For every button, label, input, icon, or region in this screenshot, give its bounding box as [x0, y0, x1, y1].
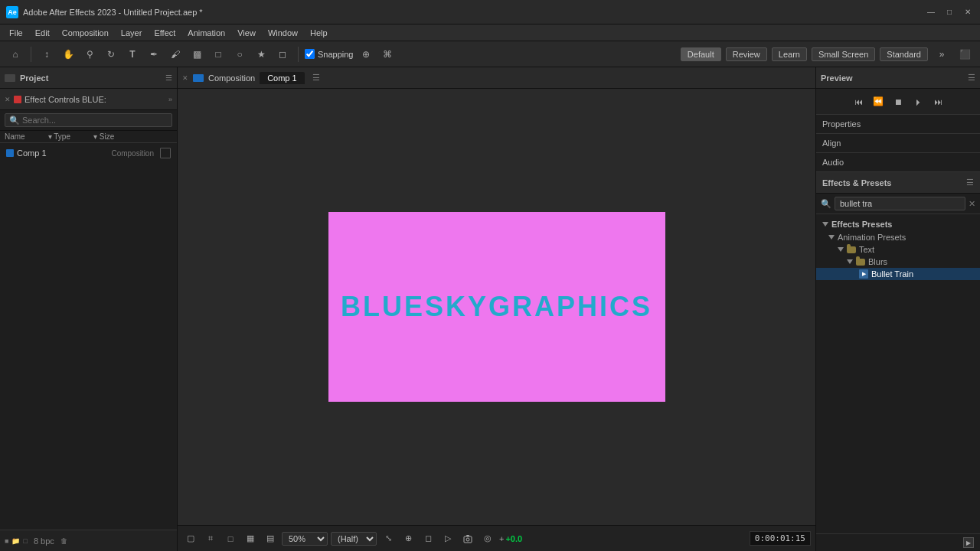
clone-tool[interactable]: ▩: [188, 45, 206, 64]
maximize-button[interactable]: □: [943, 6, 956, 18]
home-button[interactable]: ⌂: [6, 45, 24, 64]
menu-file[interactable]: File: [3, 24, 29, 41]
snapping-checkbox[interactable]: [305, 49, 315, 59]
effects-search-clear[interactable]: ✕: [969, 199, 975, 209]
brush-tool[interactable]: 🖌: [166, 45, 185, 64]
preview-play[interactable]: ⏵: [910, 93, 926, 110]
menu-help[interactable]: Help: [304, 24, 334, 41]
region-of-interest-btn[interactable]: ▢: [182, 530, 199, 547]
eraser-tool[interactable]: □: [209, 45, 227, 64]
viewer-safe-zone-btn[interactable]: ◻: [420, 530, 436, 547]
zoom-tool[interactable]: ⚲: [80, 45, 99, 64]
minimize-button[interactable]: —: [925, 6, 937, 18]
viewer-resize-btn[interactable]: ⤡: [380, 530, 397, 547]
zoom-select[interactable]: 50% 100% 25%: [282, 532, 328, 546]
workspace-buttons: Default Review Learn Small Screen Standa…: [681, 45, 974, 64]
roto-tool[interactable]: ○: [230, 45, 249, 64]
preview-stop[interactable]: ⏹: [890, 93, 906, 110]
camera-rotation-tool[interactable]: ↻: [102, 45, 120, 64]
project-items-list: Comp 1 Composition: [0, 143, 177, 340]
text-tool[interactable]: T: [123, 45, 142, 64]
workspace-menu[interactable]: »: [933, 45, 951, 64]
grid-tool[interactable]: ⌘: [378, 45, 397, 64]
effect-controls-expand[interactable]: »: [168, 96, 172, 103]
workspace-learn[interactable]: Learn: [772, 47, 807, 61]
maximize-panel[interactable]: ⬛: [956, 45, 974, 64]
align-section[interactable]: Align: [816, 134, 980, 153]
preview-first-frame[interactable]: ⏮: [850, 93, 867, 110]
center-panel: ✕ Composition Comp 1 ☰ BLUESKYGRAPHICS ▢…: [178, 67, 815, 551]
project-search-input[interactable]: [5, 113, 172, 127]
project-item-comp1[interactable]: Comp 1 Composition: [0, 146, 177, 160]
timecode-display: 0:00:01:15: [750, 531, 811, 546]
text-folder-item[interactable]: Text: [816, 243, 980, 256]
comp-tab-main[interactable]: Comp 1: [260, 72, 305, 84]
blurs-folder-triangle: [847, 259, 853, 264]
menu-layer[interactable]: Layer: [115, 24, 149, 41]
hand-tool[interactable]: ✋: [59, 45, 77, 64]
preview-last-frame[interactable]: ⏭: [929, 93, 946, 110]
bullet-train-label: Bullet Train: [871, 269, 913, 279]
effect-controls-close[interactable]: ✕: [5, 96, 11, 103]
pen-tool[interactable]: ✒: [145, 45, 163, 64]
effects-search-input[interactable]: [835, 197, 965, 210]
selection-tool[interactable]: ↕: [38, 45, 56, 64]
svg-rect-0: [464, 536, 472, 543]
menu-animation[interactable]: Animation: [181, 24, 231, 41]
text-folder-icon: [847, 246, 856, 253]
animation-presets-triangle: [828, 235, 835, 240]
project-item-icon2: [160, 148, 171, 158]
menu-effect[interactable]: Effect: [148, 24, 181, 41]
transparency-btn[interactable]: ▦: [242, 530, 259, 547]
comp-tab-menu[interactable]: ☰: [312, 73, 320, 83]
left-panel: Project ☰ ✕ Effect Controls BLUE: » 🔍 Na…: [0, 67, 178, 551]
bullet-train-icon: ▶: [859, 269, 868, 279]
svg-point-1: [466, 538, 469, 541]
toolbar-sep-2: [298, 47, 299, 62]
menu-edit[interactable]: Edit: [29, 24, 56, 41]
effects-presets-root[interactable]: Effects Presets: [816, 217, 980, 231]
viewer-motion-blur-btn[interactable]: ◎: [479, 530, 496, 547]
workspace-small-screen[interactable]: Small Screen: [812, 47, 875, 61]
effects-apply-btn[interactable]: ▶: [963, 537, 974, 548]
close-button[interactable]: ✕: [962, 6, 974, 18]
effects-presets-root-label: Effects Presets: [831, 220, 893, 229]
blurs-folder-item[interactable]: Blurs: [816, 256, 980, 268]
puppet-tool[interactable]: ★: [252, 45, 270, 64]
shape-tool[interactable]: ◻: [273, 45, 292, 64]
bit-depth: 8 bpc: [34, 536, 54, 546]
mask-btn[interactable]: □: [222, 530, 239, 547]
menu-view[interactable]: View: [231, 24, 262, 41]
workspace-review[interactable]: Review: [726, 47, 767, 61]
new-comp-btn[interactable]: □: [23, 537, 27, 545]
comp-close[interactable]: ✕: [182, 74, 188, 82]
project-panel-title: Project: [20, 73, 48, 83]
menu-composition[interactable]: Composition: [56, 24, 115, 41]
new-item-btn[interactable]: ■: [5, 537, 8, 545]
render-btn[interactable]: ▤: [262, 530, 279, 547]
delete-btn[interactable]: 🗑: [60, 537, 67, 545]
left-panel-spacer: [0, 340, 177, 530]
bullet-train-item[interactable]: ▶ Bullet Train: [816, 268, 980, 280]
viewer-snapshot-btn[interactable]: [459, 530, 476, 547]
toolbar: ⌂ ↕ ✋ ⚲ ↻ T ✒ 🖌 ▩ □ ○ ★ ◻ Snapping ⊕ ⌘ D…: [0, 41, 980, 67]
viewer-3d-btn[interactable]: ▷: [439, 530, 456, 547]
effects-presets-section: Effects & Presets ☰ 🔍 ✕ Effects Presets: [816, 172, 980, 551]
align-tool[interactable]: ⊕: [357, 45, 375, 64]
workspace-default[interactable]: Default: [681, 47, 721, 61]
quality-select[interactable]: (Half) (Full) (Third): [331, 532, 377, 546]
import-btn[interactable]: 📁: [11, 537, 20, 545]
preview-menu[interactable]: ☰: [968, 73, 975, 83]
animation-presets-item[interactable]: Animation Presets: [816, 231, 980, 243]
audio-section[interactable]: Audio: [816, 153, 980, 172]
properties-section[interactable]: Properties: [816, 115, 980, 134]
effects-presets-menu[interactable]: ☰: [966, 178, 974, 187]
preview-prev-frame[interactable]: ⏪: [870, 93, 887, 110]
grid-guide-btn[interactable]: ⌗: [202, 530, 219, 547]
viewer-controls: ▢ ⌗ □ ▦ ▤ 50% 100% 25% (Half) (Full) (Th…: [178, 525, 815, 551]
workspace-standard[interactable]: Standard: [880, 47, 928, 61]
panel-menu-icon[interactable]: ☰: [165, 73, 172, 82]
menu-window[interactable]: Window: [262, 24, 304, 41]
comp-header-label: Composition: [208, 73, 255, 83]
viewer-guide-btn[interactable]: ⊕: [400, 530, 416, 547]
